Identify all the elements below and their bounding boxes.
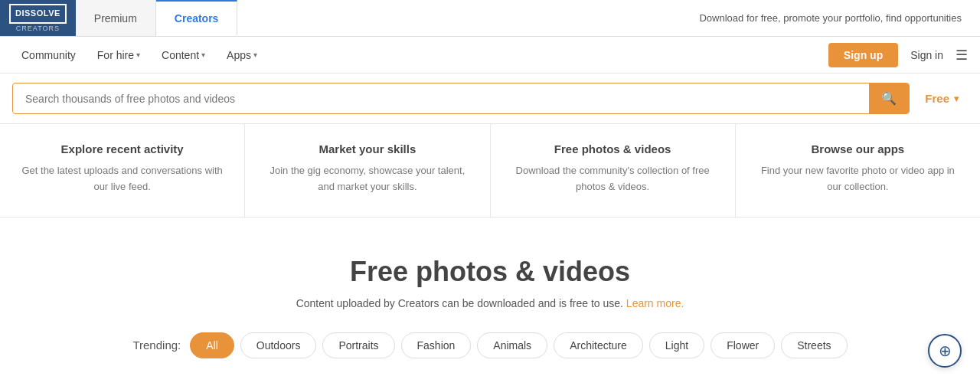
- content-chevron: ▾: [201, 51, 205, 59]
- secondary-nav-actions: Sign up Sign in ☰: [828, 43, 968, 67]
- feature-photos: Free photos & videos Download the commun…: [491, 124, 736, 217]
- top-bar-tagline: Download for free, promote your portfoli…: [237, 0, 980, 36]
- free-filter-dropdown[interactable]: Free ▾: [916, 86, 968, 111]
- secondary-nav-links: Community For hire ▾ Content ▾ Apps ▾: [12, 44, 828, 66]
- feature-apps-title: Browse our apps: [754, 142, 962, 155]
- search-bar-area: 🔍 Free ▾: [0, 74, 980, 124]
- search-button[interactable]: 🔍: [869, 83, 909, 113]
- pill-architecture[interactable]: Architecture: [554, 332, 643, 358]
- tab-premium[interactable]: Premium: [76, 0, 156, 36]
- nav-tabs: Premium Creators: [76, 0, 238, 36]
- apps-chevron: ▾: [253, 51, 257, 59]
- search-input[interactable]: [13, 85, 869, 113]
- feature-explore: Explore recent activity Get the latest u…: [0, 124, 245, 217]
- pill-streets[interactable]: Streets: [781, 332, 847, 358]
- feature-market: Market your skills Join the gig economy,…: [245, 124, 490, 217]
- subtitle-text: Content uploaded by Creators can be down…: [296, 297, 623, 309]
- for-hire-chevron: ▾: [136, 51, 140, 59]
- menu-icon[interactable]: ☰: [956, 47, 968, 64]
- secondary-nav: Community For hire ▾ Content ▾ Apps ▾ Si…: [0, 37, 980, 74]
- nav-community[interactable]: Community: [12, 44, 85, 66]
- trending-label: Trending:: [132, 339, 181, 352]
- main-content: Free photos & videos Content uploaded by…: [0, 218, 980, 381]
- search-icon: 🔍: [881, 92, 897, 105]
- pill-animals[interactable]: Animals: [477, 332, 547, 358]
- main-title: Free photos & videos: [18, 256, 962, 288]
- feature-photos-title: Free photos & videos: [509, 142, 717, 155]
- feature-market-title: Market your skills: [263, 142, 471, 155]
- compass-icon: ⊕: [939, 342, 952, 360]
- logo: DISSOLVE: [9, 4, 67, 23]
- compass-button[interactable]: ⊕: [928, 334, 962, 368]
- free-chevron: ▾: [954, 93, 959, 104]
- pill-outdoors[interactable]: Outdoors: [240, 332, 317, 358]
- feature-apps-desc: Find your new favorite photo or video ap…: [754, 163, 962, 195]
- feature-explore-desc: Get the latest uploads and conversations…: [18, 163, 226, 195]
- feature-market-desc: Join the gig economy, showcase your tale…: [263, 163, 471, 195]
- learn-more-link[interactable]: Learn more.: [626, 297, 684, 309]
- search-container: 🔍: [12, 83, 910, 114]
- pill-light[interactable]: Light: [649, 332, 704, 358]
- signup-button[interactable]: Sign up: [828, 43, 898, 67]
- logo-area: DISSOLVE CREATORS: [0, 0, 76, 36]
- logo-line1: DISSOLVE: [15, 8, 60, 18]
- tab-creators[interactable]: Creators: [156, 0, 238, 36]
- logo-sub: CREATORS: [9, 25, 67, 32]
- nav-content[interactable]: Content ▾: [152, 44, 214, 66]
- main-subtitle: Content uploaded by Creators can be down…: [18, 297, 962, 309]
- trending-row: Trending: AllOutdoorsPortraitsFashionAni…: [18, 332, 962, 358]
- pill-portraits[interactable]: Portraits: [322, 332, 394, 358]
- pill-all[interactable]: All: [190, 332, 234, 358]
- feature-apps: Browse our apps Find your new favorite p…: [736, 124, 980, 217]
- features-row: Explore recent activity Get the latest u…: [0, 124, 980, 218]
- pill-flower[interactable]: Flower: [710, 332, 775, 358]
- feature-explore-title: Explore recent activity: [18, 142, 226, 155]
- signin-link[interactable]: Sign in: [910, 49, 943, 61]
- feature-photos-desc: Download the community's collection of f…: [509, 163, 717, 195]
- pill-fashion[interactable]: Fashion: [401, 332, 472, 358]
- top-bar: DISSOLVE CREATORS Premium Creators Downl…: [0, 0, 980, 37]
- nav-apps[interactable]: Apps ▾: [217, 44, 266, 66]
- nav-for-hire[interactable]: For hire ▾: [88, 44, 149, 66]
